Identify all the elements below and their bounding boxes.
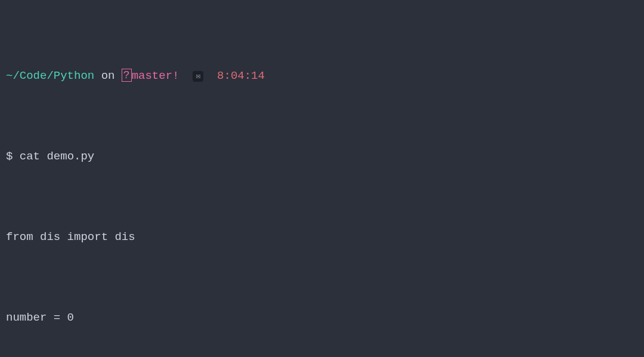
cwd-path: ~/Code/Python <box>6 69 94 82</box>
command-line-1: $ cat demo.py <box>6 149 638 165</box>
code-line: number = 0 <box>6 310 638 326</box>
terminal-viewport[interactable]: ~/Code/Python on ?master! ✉ 8:04:14 $ ca… <box>0 0 644 357</box>
clock-icon: ✉ <box>193 71 203 82</box>
ps-symbol: $ <box>6 150 20 163</box>
branch-name: master <box>132 69 172 82</box>
on-word: on <box>94 69 122 82</box>
code-line: from dis import dis <box>6 229 638 245</box>
command-text: cat demo.py <box>20 150 94 163</box>
branch-dirty-bang: ! <box>172 69 179 82</box>
branch-icon: ? <box>122 69 132 82</box>
prompt-line-1: ~/Code/Python on ?master! ✉ 8:04:14 <box>6 68 638 84</box>
time-text: 8:04:14 <box>217 69 265 82</box>
